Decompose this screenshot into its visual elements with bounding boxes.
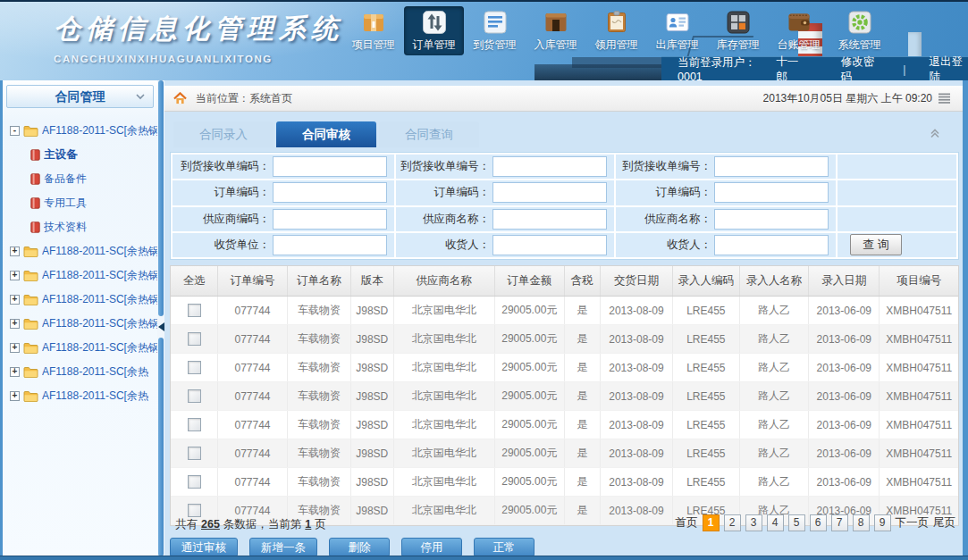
collapse-expander-icon[interactable]: - (10, 126, 20, 136)
row-checkbox[interactable] (188, 389, 201, 403)
tree-folder[interactable]: +AF1188-2011-SC[余热锅 (10, 336, 157, 360)
field-input-2-0[interactable] (273, 209, 387, 230)
tab-contract-query[interactable]: 合同查询 (379, 121, 479, 147)
nav-item-outbound-card[interactable]: 出库管理 (647, 6, 707, 55)
tree-item-label: 专用工具 (44, 196, 87, 211)
page-first-link[interactable]: 首页 (676, 515, 698, 531)
form-field: 收货人： (616, 233, 836, 257)
tree-folder[interactable]: +AF1188-2011-SC[余热锅炉 (10, 288, 157, 312)
page-number-3[interactable]: 3 (745, 514, 762, 531)
tree-item[interactable]: 专用工具 (10, 191, 157, 215)
page-number-5[interactable]: 5 (788, 514, 805, 531)
action-button-1[interactable]: 新增一条 (249, 538, 317, 557)
tree-item[interactable]: 技术资料 (10, 215, 157, 239)
nav-item-package[interactable]: 项目管理 (343, 6, 403, 55)
page-last-link[interactable]: 尾页 (933, 515, 955, 531)
page-number-2[interactable]: 2 (724, 514, 741, 531)
expand-expander-icon[interactable]: + (10, 271, 20, 280)
nav-label: 台账管理 (769, 38, 829, 53)
action-button-4[interactable]: 正常 (474, 538, 535, 557)
field-input-1-0[interactable] (273, 182, 387, 203)
page-number-7[interactable]: 7 (831, 514, 848, 531)
form-cell-extra (838, 180, 956, 205)
nav-item-ledger-wallet[interactable]: 台账管理 (769, 6, 829, 55)
field-input-2-2[interactable] (714, 209, 829, 230)
nav-item-requisition-clipboard[interactable]: 领用管理 (586, 6, 646, 55)
action-button-2[interactable]: 删除 (329, 538, 390, 557)
expand-expander-icon[interactable]: + (10, 343, 20, 353)
row-checkbox[interactable] (188, 475, 201, 489)
search-button[interactable]: 查 询 (850, 234, 902, 255)
field-input-2-1[interactable] (492, 209, 607, 230)
cell: 北京国电华北 (393, 325, 495, 354)
field-input-3-1[interactable] (492, 235, 607, 255)
expand-expander-icon[interactable]: + (10, 391, 20, 401)
action-button-3[interactable]: 停用 (401, 538, 462, 557)
page-next-link[interactable]: 下一页 (896, 515, 930, 531)
sidebar-splitter[interactable] (157, 80, 164, 556)
page-number-1[interactable]: 1 (703, 514, 720, 531)
cell: 2013-06-09 (809, 382, 880, 411)
tree-folder[interactable]: +AF1188-2011-SC[余热锅 (10, 312, 157, 336)
form-row: 到货接收单编码：到货接收单编号：到货接收单编号： (173, 155, 956, 179)
page-number-8[interactable]: 8 (853, 514, 870, 531)
cell: 车载物资 (287, 411, 350, 439)
table-row: 077744车载物资J98SD北京国电华北29005.00元是2013-08-0… (171, 354, 958, 382)
inventory-grid-icon (725, 9, 752, 36)
form-field: 到货接收单编码： (173, 155, 394, 179)
tree-folder-label: AF1188-2011-SC[余热 (42, 389, 148, 404)
expand-expander-icon[interactable]: + (10, 247, 20, 256)
tree-item[interactable]: 主设备 (10, 143, 157, 167)
page-number-4[interactable]: 4 (767, 514, 784, 531)
sidebar-collapse-arrow[interactable] (158, 322, 164, 331)
expand-expander-icon[interactable]: + (10, 319, 20, 329)
nav-item-system-gear[interactable]: 系统管理 (829, 6, 889, 55)
tree-folder[interactable]: +AF1188-2011-SC[余热 (10, 384, 157, 408)
field-input-3-2[interactable] (714, 235, 829, 255)
nav-item-inbound-folder[interactable]: 入库管理 (526, 6, 585, 55)
page-number-9[interactable]: 9 (874, 514, 891, 531)
field-input-1-2[interactable] (714, 182, 829, 203)
expand-expander-icon[interactable]: + (10, 367, 20, 377)
splitter-bar-bottom[interactable] (158, 338, 164, 556)
row-checkbox[interactable] (188, 361, 201, 374)
tree-folder[interactable]: -AF1188-2011-SC[余热锅炉岛 (10, 119, 157, 143)
page-number-6[interactable]: 6 (810, 514, 827, 531)
nav-item-inventory-grid[interactable]: 库存管理 (708, 6, 768, 55)
table-row: 077744车载物资J98SD北京国电华北29005.00元是2013-08-0… (171, 382, 958, 411)
change-password-link[interactable]: 修改密码 (841, 54, 880, 81)
field-input-3-0[interactable] (273, 235, 387, 255)
folder-icon (23, 294, 38, 305)
column-header-8: 录入人编码 (672, 266, 739, 297)
panel-collapse-icon[interactable] (929, 127, 941, 139)
tab-contract-review[interactable]: 合同审核 (276, 121, 376, 147)
field-label: 供应商编码： (173, 212, 273, 227)
tree-item-label: 备品备件 (44, 171, 87, 187)
field-input-1-1[interactable] (492, 182, 607, 203)
field-input-0-1[interactable] (492, 156, 607, 177)
splitter-bar-top[interactable] (158, 80, 164, 316)
cell: J98SD (351, 497, 394, 525)
tree-folder[interactable]: +AF1188-2011-SC[余热 (10, 360, 157, 384)
nav-item-order-transfer[interactable]: 订单管理 (404, 6, 464, 55)
action-button-0[interactable]: 通过审核 (170, 538, 238, 557)
tab-contract-entry[interactable]: 合同录入 (173, 121, 274, 147)
sidebar-header[interactable]: 合同管理 (6, 85, 154, 108)
field-input-0-0[interactable] (273, 156, 387, 177)
row-checkbox[interactable] (188, 504, 201, 517)
cell: 2013-08-09 (600, 468, 672, 497)
row-checkbox[interactable] (188, 304, 201, 317)
field-input-0-2[interactable] (714, 156, 829, 177)
row-checkbox[interactable] (188, 418, 201, 431)
logout-link[interactable]: 退出登陆 (930, 54, 968, 81)
tree-item[interactable]: 备品备件 (10, 167, 157, 191)
expand-expander-icon[interactable]: + (10, 295, 20, 305)
row-checkbox[interactable] (188, 447, 201, 460)
cell: J98SD (351, 468, 394, 497)
row-checkbox[interactable] (188, 332, 201, 346)
cell: 2013-08-09 (600, 439, 672, 468)
column-header-6: 含税 (564, 266, 600, 297)
nav-item-arrival-list[interactable]: 到货管理 (465, 6, 525, 55)
tree-folder[interactable]: +AF1188-2011-SC[余热锅炉 (10, 263, 157, 288)
tree-folder[interactable]: +AF1188-2011-SC[余热锅炉 (10, 239, 157, 263)
